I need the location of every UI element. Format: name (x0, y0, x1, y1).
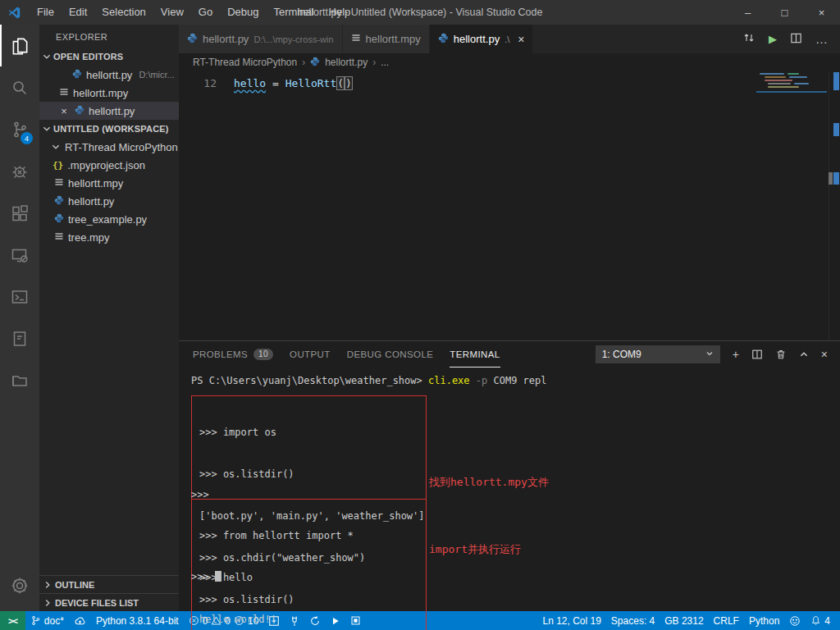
menu-view[interactable]: View (153, 0, 191, 25)
maximize-button[interactable]: □ (766, 0, 803, 25)
file-item-hellortt-py[interactable]: hellortt.py (39, 192, 179, 210)
file-label: hellortt.py (89, 105, 135, 117)
file-item-mpyproject-json[interactable]: {} .mpyproject.json (39, 156, 179, 174)
tab-debug-console[interactable]: DEBUG CONSOLE (347, 341, 434, 368)
terminal-active-prompt[interactable]: >>> (191, 570, 221, 583)
terminal-powershell-icon[interactable] (0, 276, 39, 317)
terminal-output[interactable]: PS C:\Users\yuanj\Desktop\weather_show> … (179, 368, 840, 611)
mpy-file-icon (54, 177, 64, 189)
feedback-smiley-icon[interactable] (784, 611, 806, 630)
notifications-bell[interactable]: 4 (806, 611, 835, 630)
menu-selection[interactable]: Selection (94, 0, 153, 25)
run-file-icon[interactable]: ▶ (769, 33, 777, 45)
minimize-button[interactable]: – (729, 0, 766, 25)
tab-label: hellortt.py (454, 33, 500, 45)
menu-debug[interactable]: Debug (220, 0, 266, 25)
code-editor[interactable]: 12 hello = HelloRtt() (179, 71, 840, 340)
menu-go[interactable]: Go (191, 0, 220, 25)
chevron-down-icon (42, 52, 52, 62)
cursor-position-status[interactable]: Ln 12, Col 19 (537, 611, 605, 630)
tab-output[interactable]: OUTPUT (290, 341, 331, 368)
terminal-select-value: 1: COM9 (602, 349, 701, 360)
ruler-mark (833, 123, 839, 136)
command-token: cli.exe (428, 375, 470, 386)
terminal-line: >>> hello (199, 571, 426, 585)
tab-hellortt-py-mpy-cross[interactable]: hellortt.py D:\...\mpy-cross-win (179, 25, 343, 53)
chevron-right-icon: › (372, 57, 376, 68)
tab-problems[interactable]: PROBLEMS 10 (193, 341, 273, 368)
more-actions-icon[interactable]: … (815, 32, 829, 46)
source-control-icon[interactable]: 4 (0, 108, 39, 150)
python-icon (438, 33, 449, 46)
line-number: 12 (179, 75, 217, 91)
breadcrumb-file[interactable]: hellortt.py (325, 57, 368, 68)
remote-device-icon[interactable] (0, 234, 39, 276)
file-item-hellortt-mpy[interactable]: hellortt.mpy (39, 174, 179, 192)
menu-file[interactable]: File (30, 0, 62, 25)
terminal-select[interactable]: 1: COM9 (596, 345, 720, 363)
file-item-tree-mpy[interactable]: tree.mpy (39, 228, 179, 246)
git-branch-status[interactable]: doc* (25, 611, 69, 630)
file-item-tree-example-py[interactable]: tree_example.py (39, 210, 179, 228)
workspace-header[interactable]: UNTITLED (WORKSPACE) (39, 120, 179, 138)
overview-ruler[interactable] (829, 71, 840, 340)
menu-terminal[interactable]: Terminal (266, 0, 321, 25)
file-label: tree.mpy (68, 231, 110, 244)
menu-edit[interactable]: Edit (62, 0, 94, 25)
kill-terminal-trash-icon[interactable] (775, 349, 787, 360)
close-panel-icon[interactable]: × (821, 348, 828, 361)
status-right: Ln 12, Col 19 Spaces: 4 GB 2312 CRLF Pyt… (537, 611, 840, 630)
encoding-status[interactable]: GB 2312 (660, 611, 708, 630)
close-tab-icon[interactable]: × (518, 33, 524, 46)
panel-actions: 1: COM9 + (596, 345, 840, 363)
explorer-icon[interactable] (0, 25, 39, 66)
open-editors-header[interactable]: OPEN EDITORS (39, 48, 179, 66)
extensions-icon[interactable] (0, 192, 39, 234)
outline-section[interactable]: OUTLINE (39, 575, 179, 593)
language-mode-status[interactable]: Python (744, 611, 784, 630)
python-interpreter-status[interactable]: Python 3.8.1 64-bit (91, 611, 184, 630)
tab-detail: D:\...\mpy-cross-win (253, 34, 333, 44)
tab-terminal[interactable]: TERMINAL (450, 341, 500, 368)
folder-rt-thread-micropython[interactable]: RT-Thread MicroPython (39, 138, 179, 156)
new-terminal-icon[interactable]: + (733, 348, 739, 361)
sync-cloud-status[interactable] (69, 611, 91, 630)
open-editors-label: OPEN EDITORS (53, 52, 123, 62)
mpy-file-icon (54, 231, 64, 244)
breadcrumb-folder[interactable]: RT-Thread MicroPython (193, 57, 297, 68)
file-label: hellortt.py (68, 195, 114, 208)
device-files-section[interactable]: DEVICE FILES LIST (39, 593, 179, 611)
python-icon (310, 57, 320, 69)
notebook-icon[interactable] (0, 317, 39, 359)
settings-gear-icon[interactable] (0, 564, 39, 606)
breadcrumb-symbol[interactable]: ... (381, 57, 389, 68)
terminal-line: >>> os.listdir() (199, 468, 426, 482)
open-editor-item[interactable]: hellortt.mpy (39, 84, 179, 102)
maximize-panel-icon[interactable] (799, 349, 809, 359)
device-files-label: DEVICE FILES LIST (55, 598, 139, 608)
problems-badge: 10 (253, 349, 273, 360)
search-icon[interactable] (0, 66, 39, 108)
debug-icon[interactable] (0, 150, 39, 192)
token-hellortt-call: HelloRtt (285, 77, 337, 89)
chevron-down-icon (51, 142, 61, 152)
remote-indicator[interactable]: >< (0, 611, 25, 630)
device-folder-icon[interactable] (0, 359, 39, 401)
close-window-button[interactable]: × (803, 0, 840, 25)
split-terminal-icon[interactable] (751, 349, 763, 360)
eol-status[interactable]: CRLF (709, 611, 744, 630)
python-version: Python 3.8.1 64-bit (96, 615, 179, 627)
split-editor-icon[interactable] (790, 32, 802, 47)
minimap[interactable] (756, 71, 827, 178)
editor-tab-bar: hellortt.py D:\...\mpy-cross-win hellort… (179, 25, 840, 53)
scrollbar-slider[interactable] (829, 172, 833, 185)
open-editor-item-active[interactable]: × hellortt.py (39, 102, 179, 120)
menu-help[interactable]: Help (322, 0, 358, 25)
sync-changes-icon[interactable] (742, 31, 756, 47)
close-icon[interactable]: × (57, 105, 71, 117)
indentation-status[interactable]: Spaces: 4 (606, 611, 660, 630)
tab-hellortt-mpy[interactable]: hellortt.mpy (343, 25, 430, 53)
tab-hellortt-py-active[interactable]: hellortt.py .\ × (430, 25, 534, 53)
annotation-box-import: >>> from hellortt import * >>> hello hel… (191, 499, 427, 630)
open-editor-item[interactable]: hellortt.py D:\micr... (39, 66, 179, 84)
